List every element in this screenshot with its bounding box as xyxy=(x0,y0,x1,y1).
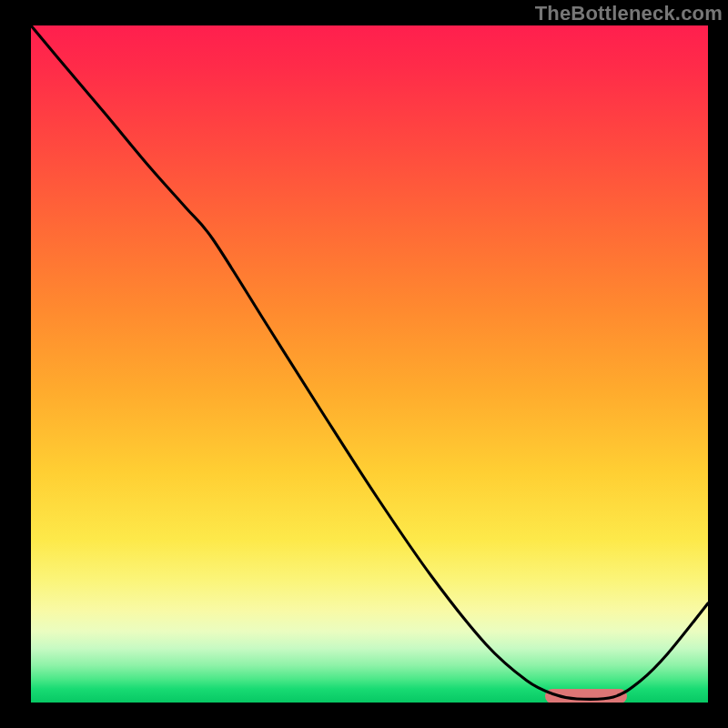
watermark-label: TheBottleneck.com xyxy=(535,2,723,25)
bottleneck-curve xyxy=(31,25,708,699)
bottleneck-curve-svg xyxy=(31,25,708,703)
chart-frame: TheBottleneck.com xyxy=(0,0,728,728)
plot-area xyxy=(31,25,708,703)
